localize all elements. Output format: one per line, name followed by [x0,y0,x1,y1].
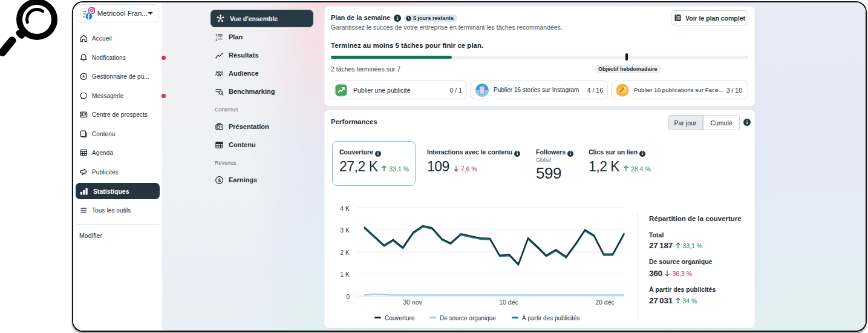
svg-text:Couverture: Couverture [385,315,415,321]
svg-text:De source organique: De source organique [440,315,496,321]
svg-text:30 nov: 30 nov [403,298,422,306]
svg-text:0: 0 [346,293,350,300]
svg-text:$: $ [218,177,221,183]
svg-text:4 K: 4 K [340,205,350,212]
svg-text:2 K: 2 K [340,249,350,256]
svg-text:10 déc: 10 déc [499,298,518,306]
svg-text:3 K: 3 K [340,226,350,234]
svg-text:20 déc: 20 déc [595,298,615,306]
svg-text:À partir des publicités: À partir des publicités [522,314,580,321]
svg-text:1 K: 1 K [340,271,350,278]
